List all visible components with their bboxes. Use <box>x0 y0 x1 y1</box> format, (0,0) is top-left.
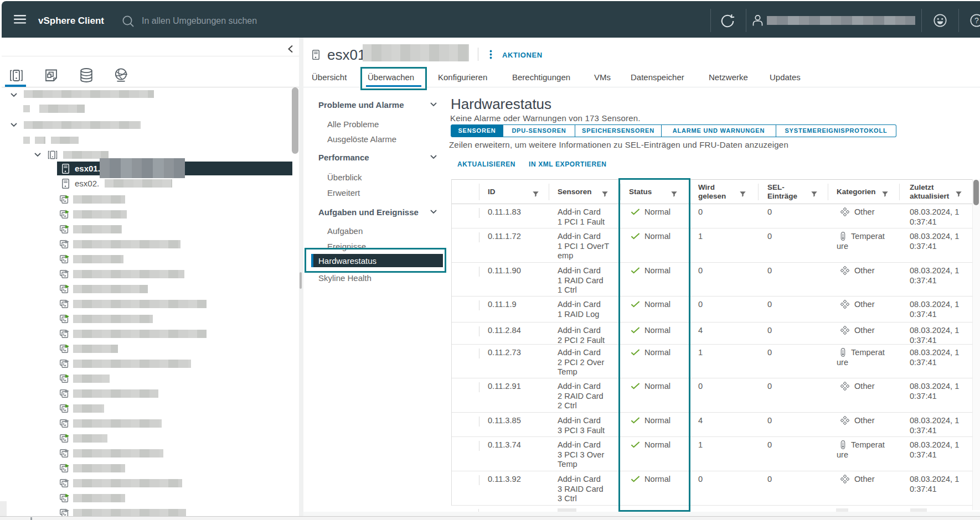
svg-text:?: ? <box>974 16 979 25</box>
